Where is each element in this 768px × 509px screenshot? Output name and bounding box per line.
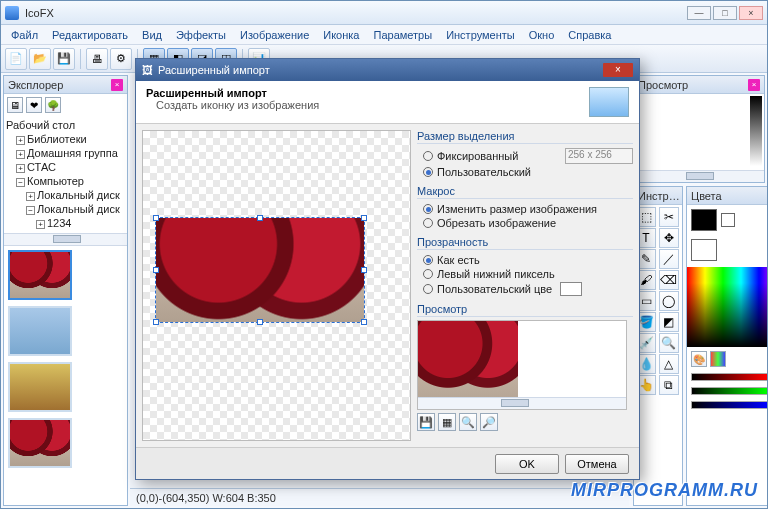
tree-row: +1234 (6, 216, 125, 230)
resize-handle[interactable] (361, 267, 367, 273)
slider-b[interactable]: 0 (691, 399, 767, 411)
dialog-preview-hscroll[interactable] (418, 397, 626, 409)
radio-custom[interactable] (423, 167, 433, 177)
radio-fixed[interactable] (423, 151, 433, 161)
preview-tool-grid[interactable]: ▦ (438, 413, 456, 431)
tool-clone[interactable]: ⧉ (659, 375, 679, 395)
resize-handle[interactable] (361, 319, 367, 325)
menu-tools[interactable]: Инструменты (440, 27, 521, 43)
menu-edit[interactable]: Редактировать (46, 27, 134, 43)
background-swatch[interactable] (691, 239, 717, 261)
status-coords: (0,0)-(604,350) W:604 В:350 (136, 492, 276, 504)
resize-handle[interactable] (257, 215, 263, 221)
dialog-canvas[interactable] (142, 130, 411, 441)
rgb-icon[interactable] (710, 351, 726, 367)
colors-title: Цвета (691, 190, 722, 202)
menu-help[interactable]: Справка (562, 27, 617, 43)
explorer-close-icon[interactable]: × (111, 79, 123, 91)
swap-swatch-icon[interactable] (721, 213, 735, 227)
preview-title: Просмотр (638, 79, 688, 91)
window-minimize-button[interactable]: — (687, 6, 711, 20)
resize-handle[interactable] (361, 215, 367, 221)
palette-icon[interactable]: 🎨 (691, 351, 707, 367)
slider-r[interactable]: 0 (691, 371, 767, 383)
menu-file[interactable]: Файл (5, 27, 44, 43)
open-button[interactable]: 📂 (29, 48, 51, 70)
explorer-btn-fav[interactable]: ❤ (26, 97, 42, 113)
print-button[interactable]: 🖶 (86, 48, 108, 70)
window-close-button[interactable]: × (739, 6, 763, 20)
explorer-btn-desktop[interactable]: 🖥 (7, 97, 23, 113)
selection-box[interactable] (155, 217, 365, 323)
tool-line[interactable]: ／ (659, 249, 679, 269)
explorer-btn-tree[interactable]: 🌳 (45, 97, 61, 113)
explorer-thumbnails (4, 246, 127, 505)
thumbnail[interactable] (8, 418, 72, 468)
preview-tool-save[interactable]: 💾 (417, 413, 435, 431)
menu-params[interactable]: Параметры (367, 27, 438, 43)
radio-bottomleft[interactable] (423, 269, 433, 279)
radio-crop[interactable] (423, 218, 433, 228)
tree-hscroll[interactable] (4, 233, 127, 245)
tool-ellipse[interactable]: ◯ (659, 291, 679, 311)
tool-move[interactable]: ✥ (659, 228, 679, 248)
explorer-toolbar: 🖥 ❤ 🌳 (4, 94, 127, 116)
menu-effects[interactable]: Эффекты (170, 27, 232, 43)
selection-image (156, 218, 364, 322)
thumbnail[interactable] (8, 250, 72, 300)
menubar: Файл Редактировать Вид Эффекты Изображен… (1, 25, 767, 45)
resize-handle[interactable] (257, 319, 263, 325)
color-picker[interactable] (687, 267, 767, 347)
preview-hscroll[interactable] (634, 170, 764, 182)
radio-asis[interactable] (423, 255, 433, 265)
transparency-color-box[interactable] (560, 282, 582, 296)
window-maximize-button[interactable]: □ (713, 6, 737, 20)
status-bar: (0,0)-(604,350) W:604 В:350 (130, 488, 629, 506)
dialog-titlebar[interactable]: 🖼 Расширенный импорт × (136, 59, 639, 81)
preview-tool-zoomout[interactable]: 🔎 (480, 413, 498, 431)
thumbnail[interactable] (8, 362, 72, 412)
resize-handle[interactable] (153, 319, 159, 325)
tool-crop[interactable]: ✂ (659, 207, 679, 227)
explorer-title: Эксплорер (8, 79, 63, 91)
dialog-close-button[interactable]: × (603, 63, 633, 77)
radio-customcolor[interactable] (423, 284, 433, 294)
slider-g[interactable]: 0 (691, 385, 767, 397)
group-transparency-title: Прозрачность (417, 236, 633, 250)
resize-handle[interactable] (153, 267, 159, 273)
preview-close-icon[interactable]: × (748, 79, 760, 91)
menu-image[interactable]: Изображение (234, 27, 315, 43)
foreground-swatch[interactable] (691, 209, 717, 231)
tree-row: −Компьютер (6, 174, 125, 188)
thumbnail[interactable] (8, 306, 72, 356)
tool-eraser[interactable]: ⌫ (659, 270, 679, 290)
menu-view[interactable]: Вид (136, 27, 168, 43)
colors-panel: Цвета× 🎨 0 0 (686, 186, 767, 506)
tree-row: Рабочий стол (6, 118, 125, 132)
explorer-panel: Эксплорер × 🖥 ❤ 🌳 Рабочий стол +Библиоте… (3, 75, 128, 506)
titlebar: IcoFX — □ × (1, 1, 767, 25)
tool-gradient[interactable]: ◩ (659, 312, 679, 332)
tool-zoom[interactable]: 🔍 (659, 333, 679, 353)
app-title: IcoFX (25, 7, 687, 19)
tree-row: +Библиотеки (6, 132, 125, 146)
ok-button[interactable]: OK (495, 454, 559, 474)
settings-button[interactable]: ⚙ (110, 48, 132, 70)
tool-sharpen[interactable]: △ (659, 354, 679, 374)
preview-panel: Просмотр× (633, 75, 765, 183)
dialog-title: Расширенный импорт (158, 64, 270, 76)
new-button[interactable]: 📄 (5, 48, 27, 70)
resize-handle[interactable] (153, 215, 159, 221)
preview-tool-zoomin[interactable]: 🔍 (459, 413, 477, 431)
menu-window[interactable]: Окно (523, 27, 561, 43)
tools-title: Инстр… (638, 190, 680, 202)
radio-resize[interactable] (423, 204, 433, 214)
save-button[interactable]: 💾 (53, 48, 75, 70)
landscape-icon (589, 87, 629, 117)
cancel-button[interactable]: Отмена (565, 454, 629, 474)
menu-icon[interactable]: Иконка (317, 27, 365, 43)
fixed-size-combo[interactable]: 256 x 256 (565, 148, 633, 164)
dialog-footer: OK Отмена (136, 447, 639, 479)
explorer-tree[interactable]: Рабочий стол +Библиотеки +Домашняя групп… (4, 116, 127, 246)
preview-body (634, 94, 764, 182)
